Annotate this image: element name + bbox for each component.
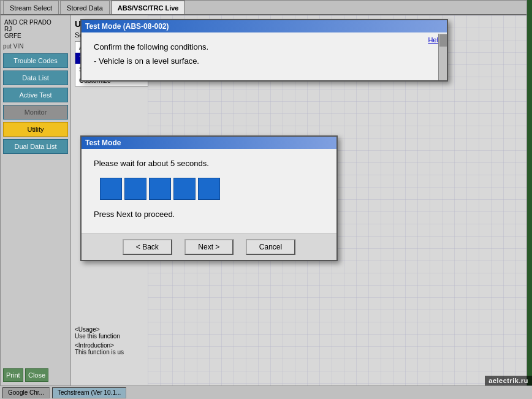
- wait-text: Please wait for about 5 seconds.: [94, 159, 324, 168]
- modal-inner-titlebar: Test Mode: [82, 137, 336, 149]
- modal-outer-title: Test Mode (ABS-08-002): [85, 22, 169, 31]
- usage-header: <Usage>: [75, 326, 523, 333]
- taskbar: Google Chr... Techstream (Ver 10.1...: [0, 386, 532, 399]
- vehicle-line2: RJ: [4, 26, 67, 32]
- modal-outer: Test Mode (ABS-08-002) Help Confirm the …: [80, 19, 448, 82]
- progress-block-4: [173, 178, 196, 200]
- tab-stored-data[interactable]: Stored Data: [60, 1, 110, 14]
- utility-button[interactable]: Utility: [3, 122, 68, 137]
- scroll-thumb: [439, 34, 447, 47]
- intro-text: This function is us: [75, 349, 523, 355]
- modal-inner-title: Test Mode: [85, 139, 121, 147]
- next-button[interactable]: Next >: [184, 239, 234, 255]
- intro-section: <Introduction> This function is us: [75, 342, 523, 355]
- modal-inner: Test Mode Please wait for about 5 second…: [80, 135, 338, 261]
- taskbar-item-chrome[interactable]: Google Chr...: [2, 387, 50, 398]
- condition-intro: Confirm the following conditions.: [94, 42, 435, 51]
- taskbar-item-techstream[interactable]: Techstream (Ver 10.1...: [52, 387, 126, 398]
- modal-scrollbar[interactable]: [438, 34, 447, 80]
- tab-bar: Stream Select Stored Data ABS/VSC/TRC Li…: [1, 1, 526, 15]
- condition-item: - Vehicle is on a level surface.: [94, 56, 435, 66]
- print-button[interactable]: Print: [3, 368, 23, 382]
- proceed-text: Press Next to proceed.: [94, 210, 324, 219]
- progress-area: [94, 178, 324, 200]
- sidebar-bottom: Print Close: [3, 367, 68, 383]
- watermark: aelectrik.ru: [485, 376, 532, 386]
- progress-block-5: [198, 178, 220, 200]
- data-list-button[interactable]: Data List: [3, 70, 68, 85]
- trouble-codes-button[interactable]: Trouble Codes: [3, 53, 68, 68]
- cancel-button[interactable]: Cancel: [246, 239, 295, 255]
- dual-data-list-button[interactable]: Dual Data List: [3, 139, 68, 154]
- active-test-button[interactable]: Active Test: [3, 88, 68, 102]
- vehicle-line3: GRFE: [4, 32, 67, 39]
- usage-text: Use this function: [75, 333, 523, 340]
- back-button[interactable]: < Back: [123, 239, 172, 255]
- progress-block-3: [149, 178, 171, 200]
- modal-inner-body: Please wait for about 5 seconds. Press N…: [82, 149, 336, 234]
- info-area: <Usage> Use this function <Introduction>…: [75, 326, 523, 358]
- vehicle-line1: AND CR PRADO: [4, 19, 67, 26]
- monitor-button[interactable]: Monitor: [3, 105, 68, 120]
- tab-abs-vsc-trc-live[interactable]: ABS/VSC/TRC Live: [111, 1, 186, 14]
- input-vin-label: put VIN: [3, 43, 68, 50]
- close-button[interactable]: Close: [25, 368, 48, 382]
- progress-block-2: [124, 178, 146, 200]
- progress-block-1: [100, 178, 122, 200]
- nav-buttons: < Back Next > Cancel: [82, 234, 336, 260]
- tab-stream-select[interactable]: Stream Select: [3, 1, 59, 14]
- modal-outer-titlebar: Test Mode (ABS-08-002): [82, 20, 447, 32]
- sidebar: AND CR PRADO RJ GRFE put VIN Trouble Cod…: [1, 15, 71, 386]
- app-window: Stream Select Stored Data ABS/VSC/TRC Li…: [0, 0, 527, 386]
- usage-section: <Usage> Use this function: [75, 326, 523, 340]
- modal-outer-body: Help Confirm the following conditions. -…: [82, 32, 447, 80]
- vehicle-info: AND CR PRADO RJ GRFE: [3, 18, 68, 40]
- intro-header: <Introduction>: [75, 342, 523, 349]
